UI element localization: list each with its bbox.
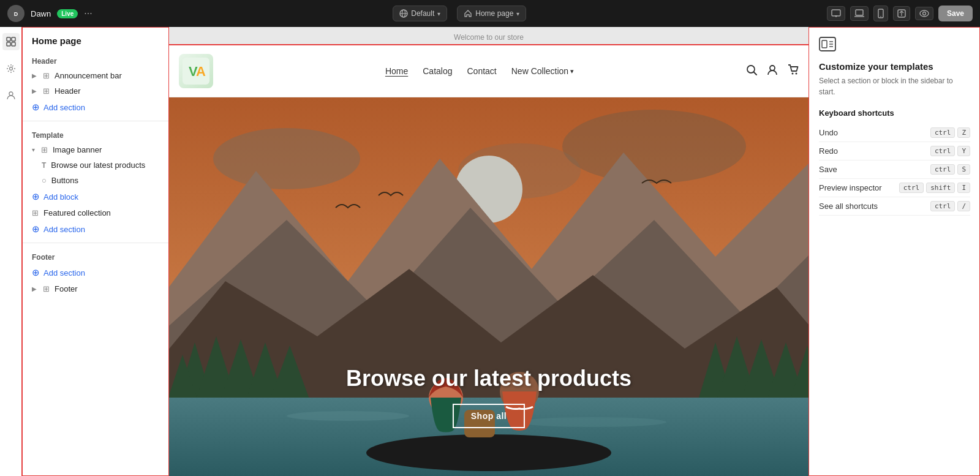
sidebar-add-section-header[interactable]: ⊕ Add section	[22, 99, 168, 116]
shortcut-undo-keys: ctrl Z	[930, 127, 970, 138]
plus-circle-icon-2: ⊕	[32, 191, 40, 202]
home-icon	[464, 9, 472, 18]
grid-icon-3: ⊞	[43, 284, 50, 293]
store-header: V A Home Catalog Contact New Collection …	[169, 45, 809, 97]
sidebar-announcement-bar-label: Announcement bar	[55, 71, 122, 80]
sidebar-footer-label: Footer	[55, 284, 78, 293]
svg-point-27	[747, 66, 755, 73]
sidebar-item-browse-latest[interactable]: T Browse our latest products	[22, 157, 168, 173]
preview-frame: V A Home Catalog Contact New Collection …	[169, 45, 809, 476]
sidebar-add-section-template[interactable]: ⊕ Add section	[22, 221, 168, 238]
sidebar-item-announcement-bar[interactable]: ▶ ⊞ Announcement bar	[22, 68, 168, 83]
chevron-right-icon: ▶	[32, 88, 37, 94]
ctrl-key-4: ctrl	[899, 183, 924, 193]
more-options-button[interactable]: ···	[84, 8, 92, 19]
plus-circle-icon: ⊕	[32, 102, 40, 113]
shortcut-undo-label: Undo	[819, 128, 838, 137]
slash-key: /	[957, 201, 970, 211]
chevron-right-icon: ▶	[32, 72, 37, 79]
hero-title: Browse our latest products	[346, 366, 631, 391]
mobile-view-button[interactable]	[873, 6, 888, 21]
svg-rect-19	[12, 37, 15, 41]
sidebar-browse-latest-label: Browse our latest products	[51, 161, 145, 170]
chevron-right-icon-2: ▶	[32, 285, 37, 292]
preview-button[interactable]	[915, 7, 933, 20]
sidebar-item-image-banner[interactable]: ▾ ⊞ Image banner	[22, 142, 168, 157]
canvas-top-label: Welcome to our store	[454, 27, 524, 45]
laptop-view-button[interactable]	[850, 6, 869, 21]
sidebar-section-footer-label: Footer	[22, 248, 168, 264]
sidebar-section-template-label: Template	[22, 126, 168, 142]
nav-chevron-icon: ▾	[570, 67, 574, 75]
add-section-footer-label: Add section	[43, 268, 85, 278]
svg-point-34	[562, 110, 746, 183]
svg-point-17	[922, 12, 925, 15]
desktop-view-button[interactable]	[827, 6, 845, 21]
canvas-area: Welcome to our store V A Home Catalog Co…	[169, 27, 809, 476]
sidebar-featured-collection-label: Featured collection	[43, 208, 111, 217]
sidebar-add-block[interactable]: ⊕ Add block	[22, 188, 168, 205]
device-chevron-icon: ▾	[437, 10, 440, 17]
sidebar-add-section-footer[interactable]: ⊕ Add section	[22, 264, 168, 281]
svg-point-16	[920, 10, 929, 17]
svg-text:A: A	[196, 64, 206, 79]
sidebar-item-buttons[interactable]: ○ Buttons	[22, 173, 168, 188]
sidebar-item-footer[interactable]: ▶ ⊞ Footer	[22, 281, 168, 297]
sections-nav-button[interactable]	[2, 33, 20, 50]
live-badge: Live	[57, 9, 78, 18]
svg-rect-8	[856, 10, 863, 15]
svg-text:D: D	[14, 11, 18, 17]
svg-point-11	[880, 16, 881, 17]
svg-rect-5	[832, 10, 840, 16]
svg-point-29	[770, 66, 775, 70]
users-nav-button[interactable]	[2, 87, 20, 104]
grid-icon: ⊞	[43, 71, 50, 80]
hero-banner: Browse our latest products Shop all	[169, 97, 809, 476]
nav-home[interactable]: Home	[385, 66, 408, 76]
text-icon: T	[42, 161, 46, 170]
store-avatar: D	[7, 5, 24, 22]
shortcut-redo-keys: ctrl Y	[930, 146, 970, 156]
svg-rect-21	[12, 42, 15, 46]
chevron-down-icon: ▾	[32, 146, 35, 153]
cart-icon[interactable]	[788, 64, 799, 78]
page-dropdown-label: Home page	[475, 9, 513, 18]
sidebar-item-featured-collection[interactable]: ⊞ Featured collection	[22, 205, 168, 221]
topbar: D Dawn Live ··· Default ▾ Home page ▾	[0, 0, 980, 27]
account-icon[interactable]	[767, 64, 778, 78]
search-icon[interactable]	[746, 64, 757, 78]
shift-key: shift	[926, 183, 955, 193]
nav-new-collection[interactable]: New Collection ▾	[511, 66, 574, 76]
nav-catalog[interactable]: Catalog	[423, 66, 452, 76]
save-button[interactable]: Save	[938, 6, 973, 21]
shortcut-preview-inspector: Preview inspector ctrl shift I	[819, 179, 970, 197]
device-dropdown[interactable]: Default ▾	[393, 6, 447, 21]
topbar-right: Save	[827, 6, 973, 21]
sidebar-divider-1	[22, 121, 168, 121]
plus-circle-icon-4: ⊕	[32, 267, 40, 278]
shortcut-save-keys: ctrl S	[930, 164, 970, 175]
topbar-left: D Dawn Live ···	[7, 5, 92, 22]
store-icons	[746, 64, 799, 78]
nav-contact[interactable]: Contact	[467, 66, 497, 76]
customize-icon	[819, 37, 970, 55]
store-nav: Home Catalog Contact New Collection ▾	[385, 66, 574, 76]
add-section-header-label: Add section	[43, 103, 85, 112]
topbar-center: Default ▾ Home page ▾	[393, 6, 526, 21]
shortcut-preview-label: Preview inspector	[819, 183, 882, 192]
sidebar-section-header-label: Header	[22, 52, 168, 68]
shortcut-see-all-label: See all shortcuts	[819, 202, 878, 211]
shortcut-save-label: Save	[819, 165, 837, 174]
shortcut-see-all: See all shortcuts ctrl /	[819, 197, 970, 216]
sidebar-divider-2	[22, 243, 168, 243]
shortcut-save: Save ctrl S	[819, 161, 970, 179]
device-dropdown-label: Default	[411, 9, 434, 18]
svg-point-23	[9, 92, 13, 96]
shop-all-button[interactable]: Shop all	[453, 404, 525, 428]
image-icon: ⊞	[41, 145, 48, 154]
sidebar-item-header[interactable]: ▶ ⊞ Header	[22, 83, 168, 99]
page-dropdown[interactable]: Home page ▾	[457, 6, 526, 21]
share-button[interactable]	[893, 6, 910, 21]
right-panel: Customize your templates Select a sectio…	[809, 27, 980, 476]
settings-nav-button[interactable]	[2, 60, 20, 77]
